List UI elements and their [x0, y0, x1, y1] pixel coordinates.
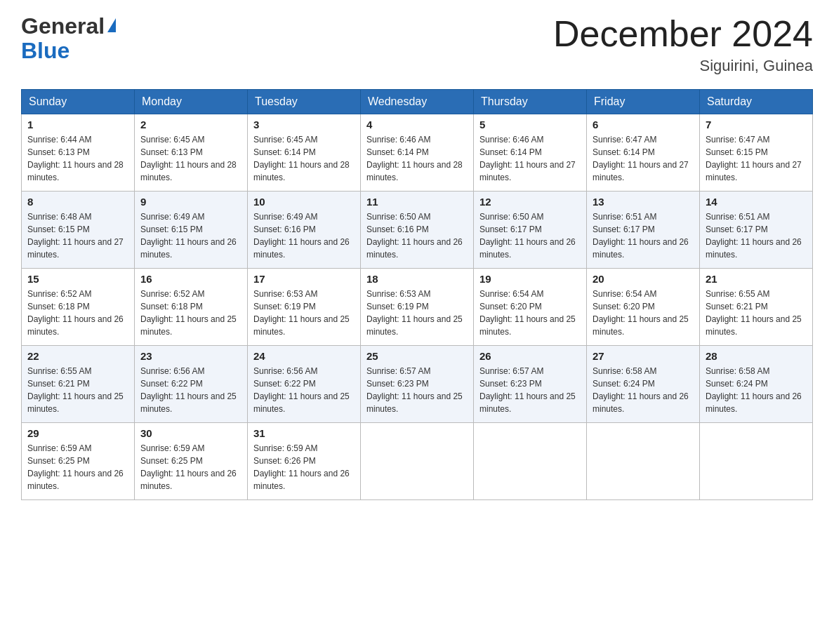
weekday-header-wednesday: Wednesday [361, 90, 474, 114]
day-info: Sunrise: 6:51 AMSunset: 6:17 PMDaylight:… [593, 210, 694, 261]
day-info: Sunrise: 6:50 AMSunset: 6:16 PMDaylight:… [366, 210, 468, 261]
day-number: 6 [593, 119, 694, 130]
page-header: General Blue December 2024 Siguirini, Gu… [21, 14, 813, 75]
calendar-cell: 2Sunrise: 6:45 AMSunset: 6:13 PMDaylight… [135, 114, 248, 192]
calendar-week-5: 29Sunrise: 6:59 AMSunset: 6:25 PMDayligh… [22, 423, 813, 500]
calendar-cell: 20Sunrise: 6:54 AMSunset: 6:20 PMDayligh… [587, 269, 700, 346]
weekday-header-saturday: Saturday [700, 90, 813, 114]
calendar-table: SundayMondayTuesdayWednesdayThursdayFrid… [21, 89, 813, 500]
calendar-cell [474, 423, 587, 500]
day-info: Sunrise: 6:45 AMSunset: 6:13 PMDaylight:… [140, 133, 241, 184]
day-info: Sunrise: 6:54 AMSunset: 6:20 PMDaylight:… [479, 288, 581, 338]
day-number: 13 [593, 196, 694, 208]
calendar-cell: 24Sunrise: 6:56 AMSunset: 6:22 PMDayligh… [248, 346, 361, 423]
day-number: 18 [366, 273, 468, 285]
calendar-cell: 6Sunrise: 6:47 AMSunset: 6:14 PMDaylight… [587, 114, 700, 192]
calendar-cell: 22Sunrise: 6:55 AMSunset: 6:21 PMDayligh… [22, 346, 135, 423]
day-number: 1 [27, 119, 128, 130]
day-info: Sunrise: 6:54 AMSunset: 6:20 PMDaylight:… [593, 288, 694, 338]
calendar-cell: 21Sunrise: 6:55 AMSunset: 6:21 PMDayligh… [700, 269, 813, 346]
day-number: 29 [27, 427, 128, 439]
calendar-cell: 5Sunrise: 6:46 AMSunset: 6:14 PMDaylight… [474, 114, 587, 192]
logo: General Blue [21, 14, 116, 63]
calendar-cell: 30Sunrise: 6:59 AMSunset: 6:25 PMDayligh… [135, 423, 248, 500]
calendar-cell [700, 423, 813, 500]
day-info: Sunrise: 6:44 AMSunset: 6:13 PMDaylight:… [27, 133, 128, 184]
day-number: 31 [253, 427, 355, 439]
day-info: Sunrise: 6:49 AMSunset: 6:16 PMDaylight:… [253, 210, 355, 261]
day-info: Sunrise: 6:59 AMSunset: 6:25 PMDaylight:… [27, 442, 128, 492]
day-number: 27 [593, 350, 694, 362]
day-info: Sunrise: 6:48 AMSunset: 6:15 PMDaylight:… [27, 210, 128, 261]
calendar-cell: 3Sunrise: 6:45 AMSunset: 6:14 PMDaylight… [248, 114, 361, 192]
logo-general-text: General [21, 14, 105, 39]
weekday-header-sunday: Sunday [22, 90, 135, 114]
day-info: Sunrise: 6:58 AMSunset: 6:24 PMDaylight:… [593, 365, 694, 415]
calendar-cell: 7Sunrise: 6:47 AMSunset: 6:15 PMDaylight… [700, 114, 813, 192]
calendar-cell: 23Sunrise: 6:56 AMSunset: 6:22 PMDayligh… [135, 346, 248, 423]
day-info: Sunrise: 6:55 AMSunset: 6:21 PMDaylight:… [27, 365, 128, 415]
day-number: 16 [140, 273, 241, 285]
calendar-cell: 16Sunrise: 6:52 AMSunset: 6:18 PMDayligh… [135, 269, 248, 346]
calendar-cell: 14Sunrise: 6:51 AMSunset: 6:17 PMDayligh… [700, 192, 813, 269]
calendar-cell [361, 423, 474, 500]
day-number: 14 [706, 196, 807, 208]
calendar-cell: 12Sunrise: 6:50 AMSunset: 6:17 PMDayligh… [474, 192, 587, 269]
day-number: 28 [706, 350, 807, 362]
day-number: 23 [140, 350, 241, 362]
title-area: December 2024 Siguirini, Guinea [553, 14, 813, 75]
day-number: 9 [140, 196, 241, 208]
calendar-cell: 25Sunrise: 6:57 AMSunset: 6:23 PMDayligh… [361, 346, 474, 423]
day-info: Sunrise: 6:57 AMSunset: 6:23 PMDaylight:… [479, 365, 581, 415]
day-number: 20 [593, 273, 694, 285]
day-info: Sunrise: 6:49 AMSunset: 6:15 PMDaylight:… [140, 210, 241, 261]
day-number: 22 [27, 350, 128, 362]
calendar-cell: 18Sunrise: 6:53 AMSunset: 6:19 PMDayligh… [361, 269, 474, 346]
calendar-week-1: 1Sunrise: 6:44 AMSunset: 6:13 PMDaylight… [22, 114, 813, 192]
day-info: Sunrise: 6:52 AMSunset: 6:18 PMDaylight:… [27, 288, 128, 338]
calendar-cell: 13Sunrise: 6:51 AMSunset: 6:17 PMDayligh… [587, 192, 700, 269]
day-number: 10 [253, 196, 355, 208]
day-info: Sunrise: 6:56 AMSunset: 6:22 PMDaylight:… [253, 365, 355, 415]
day-info: Sunrise: 6:47 AMSunset: 6:14 PMDaylight:… [593, 133, 694, 184]
day-number: 19 [479, 273, 581, 285]
day-info: Sunrise: 6:58 AMSunset: 6:24 PMDaylight:… [706, 365, 807, 415]
calendar-cell: 31Sunrise: 6:59 AMSunset: 6:26 PMDayligh… [248, 423, 361, 500]
calendar-cell: 27Sunrise: 6:58 AMSunset: 6:24 PMDayligh… [587, 346, 700, 423]
calendar-cell: 17Sunrise: 6:53 AMSunset: 6:19 PMDayligh… [248, 269, 361, 346]
day-info: Sunrise: 6:53 AMSunset: 6:19 PMDaylight:… [253, 288, 355, 338]
day-number: 3 [253, 119, 355, 130]
day-info: Sunrise: 6:46 AMSunset: 6:14 PMDaylight:… [479, 133, 581, 184]
day-number: 7 [706, 119, 807, 130]
day-info: Sunrise: 6:46 AMSunset: 6:14 PMDaylight:… [366, 133, 468, 184]
calendar-cell: 19Sunrise: 6:54 AMSunset: 6:20 PMDayligh… [474, 269, 587, 346]
day-info: Sunrise: 6:53 AMSunset: 6:19 PMDaylight:… [366, 288, 468, 338]
day-number: 11 [366, 196, 468, 208]
day-number: 25 [366, 350, 468, 362]
location: Siguirini, Guinea [553, 57, 813, 75]
day-number: 24 [253, 350, 355, 362]
calendar-cell: 28Sunrise: 6:58 AMSunset: 6:24 PMDayligh… [700, 346, 813, 423]
calendar-cell: 8Sunrise: 6:48 AMSunset: 6:15 PMDaylight… [22, 192, 135, 269]
day-number: 12 [479, 196, 581, 208]
day-info: Sunrise: 6:45 AMSunset: 6:14 PMDaylight:… [253, 133, 355, 184]
calendar-cell: 1Sunrise: 6:44 AMSunset: 6:13 PMDaylight… [22, 114, 135, 192]
day-number: 21 [706, 273, 807, 285]
logo-blue-text: Blue [21, 38, 70, 63]
day-number: 8 [27, 196, 128, 208]
day-number: 15 [27, 273, 128, 285]
calendar-cell: 4Sunrise: 6:46 AMSunset: 6:14 PMDaylight… [361, 114, 474, 192]
day-info: Sunrise: 6:56 AMSunset: 6:22 PMDaylight:… [140, 365, 241, 415]
calendar-cell: 26Sunrise: 6:57 AMSunset: 6:23 PMDayligh… [474, 346, 587, 423]
day-info: Sunrise: 6:51 AMSunset: 6:17 PMDaylight:… [706, 210, 807, 261]
day-info: Sunrise: 6:59 AMSunset: 6:26 PMDaylight:… [253, 442, 355, 492]
day-number: 5 [479, 119, 581, 130]
weekday-header-friday: Friday [587, 90, 700, 114]
calendar-cell: 29Sunrise: 6:59 AMSunset: 6:25 PMDayligh… [22, 423, 135, 500]
day-info: Sunrise: 6:47 AMSunset: 6:15 PMDaylight:… [706, 133, 807, 184]
weekday-header-tuesday: Tuesday [248, 90, 361, 114]
month-title: December 2024 [553, 14, 813, 54]
logo-triangle-icon [107, 18, 116, 32]
day-info: Sunrise: 6:50 AMSunset: 6:17 PMDaylight:… [479, 210, 581, 261]
calendar-cell [587, 423, 700, 500]
